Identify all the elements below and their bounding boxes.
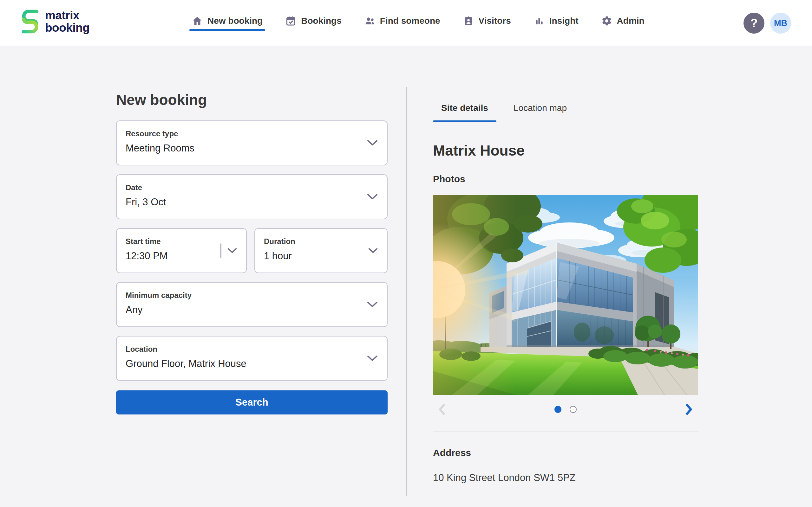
field-value: 12:30 PM (125, 250, 216, 262)
nav-item-find-someone[interactable]: Find someone (364, 0, 440, 46)
nav-label: New booking (207, 16, 263, 26)
brand-line1: matrix (45, 9, 90, 21)
people-icon (364, 15, 375, 26)
tab-site-details[interactable]: Site details (433, 95, 496, 122)
chevron-down-icon (227, 247, 237, 254)
gear-icon (601, 15, 612, 26)
date-select[interactable]: Date Fri, 3 Oct (116, 174, 388, 219)
home-icon (192, 15, 203, 26)
nav-item-visitors[interactable]: Visitors (463, 0, 511, 46)
nav-label: Find someone (380, 16, 440, 26)
minimum-capacity-select[interactable]: Minimum capacity Any (116, 282, 388, 327)
badge-icon (463, 15, 474, 26)
time-duration-row: Start time 12:30 PM Duration 1 hour (116, 228, 388, 282)
location-select[interactable]: Location Ground Floor, Matrix House (116, 336, 388, 381)
field-value: Any (125, 304, 357, 316)
site-title: Matrix House (433, 142, 698, 159)
start-time-input[interactable]: Start time 12:30 PM (116, 228, 247, 273)
field-label: Resource type (125, 129, 357, 138)
nav-item-admin[interactable]: Admin (601, 0, 645, 46)
resource-type-select[interactable]: Resource type Meeting Rooms (116, 120, 388, 165)
brand-logo[interactable]: matrix booking (20, 8, 90, 35)
field-label: Duration (264, 237, 357, 246)
avatar[interactable]: MB (770, 13, 791, 34)
nav-item-bookings[interactable]: Bookings (286, 0, 342, 46)
section-divider (433, 432, 698, 432)
nav-label: Visitors (478, 16, 511, 26)
field-label: Date (125, 183, 357, 192)
address-heading: Address (433, 447, 698, 458)
question-mark-icon: ? (750, 16, 757, 30)
nav-item-new-booking[interactable]: New booking (192, 0, 263, 46)
chevron-down-icon (367, 355, 378, 362)
duration-select[interactable]: Duration 1 hour (254, 228, 388, 273)
site-photo (433, 195, 698, 395)
photo-carousel (433, 399, 698, 419)
vertical-divider (406, 87, 407, 496)
site-details-panel: Site details Location map Matrix House P… (433, 95, 698, 484)
nav-label: Bookings (301, 16, 342, 26)
nav-label: Insight (549, 16, 578, 26)
page-title: New booking (116, 91, 388, 108)
carousel-prev-button[interactable] (438, 403, 446, 416)
address-text: 10 King Street London SW1 5PZ (433, 472, 698, 484)
nav-item-insight[interactable]: Insight (534, 0, 578, 46)
chevron-down-icon (368, 247, 378, 254)
text-cursor (220, 243, 221, 258)
field-value: Ground Floor, Matrix House (125, 358, 357, 370)
header-actions: ? MB (744, 13, 791, 34)
carousel-dot[interactable] (570, 406, 577, 413)
nav-label: Admin (617, 16, 645, 26)
field-value: Meeting Rooms (125, 143, 357, 154)
chevron-down-icon (367, 301, 378, 308)
new-booking-panel: New booking Resource type Meeting Rooms … (116, 91, 388, 414)
brand-line2: booking (45, 21, 90, 34)
tab-location-map[interactable]: Location map (505, 95, 575, 122)
search-button[interactable]: Search (116, 390, 388, 414)
field-label: Start time (125, 237, 216, 246)
chevron-left-icon (438, 403, 446, 416)
field-value: 1 hour (264, 250, 357, 262)
bar-chart-icon (534, 15, 545, 26)
main-nav: New booking Bookings (192, 0, 645, 46)
brand-logo-icon (20, 8, 40, 35)
building-photo-illustration (433, 195, 698, 395)
field-label: Minimum capacity (125, 291, 357, 300)
carousel-next-button[interactable] (684, 403, 693, 416)
field-value: Fri, 3 Oct (125, 196, 357, 208)
field-label: Location (125, 345, 357, 354)
chevron-right-icon (684, 403, 693, 416)
brand-name: matrix booking (45, 9, 90, 34)
site-tabs: Site details Location map (433, 95, 698, 122)
carousel-dots (554, 406, 577, 413)
chevron-down-icon (367, 139, 378, 147)
carousel-dot[interactable] (554, 406, 561, 413)
chevron-down-icon (367, 193, 378, 200)
photos-heading: Photos (433, 174, 698, 184)
calendar-check-icon (286, 15, 296, 26)
help-button[interactable]: ? (744, 13, 764, 34)
header: matrix booking New booking Bookings (0, 0, 812, 46)
